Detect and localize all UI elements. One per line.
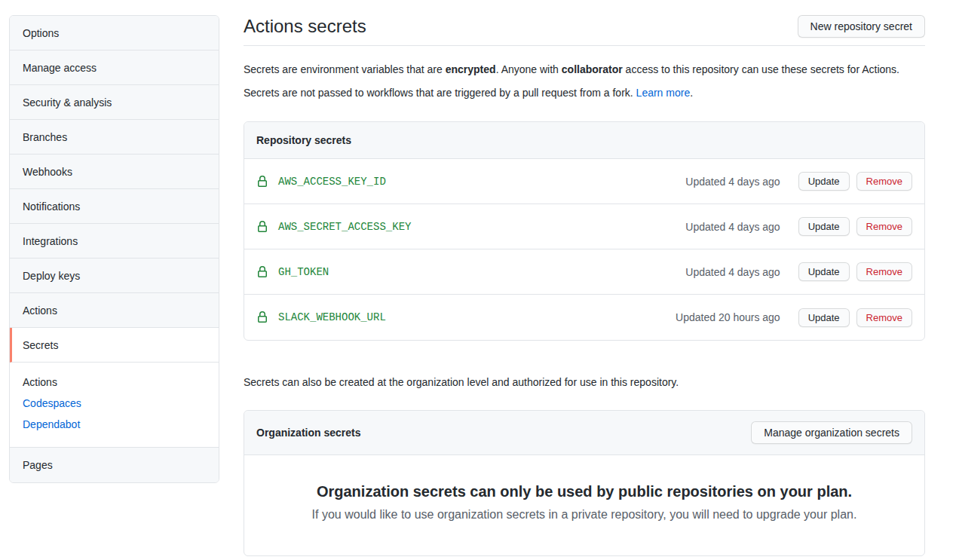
sidebar-item-options[interactable]: Options: [10, 16, 219, 50]
organization-secrets-box: Organization secrets Manage organization…: [244, 410, 925, 556]
secret-row: GH_TOKEN Updated 4 days ago Update Remov…: [244, 249, 924, 295]
secret-name: AWS_ACCESS_KEY_ID: [278, 176, 386, 188]
sidebar-item-label: Options: [23, 27, 59, 39]
lock-icon: [256, 266, 268, 278]
learn-more-link[interactable]: Learn more: [636, 87, 691, 99]
sidebar-item-label: Notifications: [23, 200, 80, 213]
lock-icon: [256, 176, 268, 188]
sidebar-item-branches[interactable]: Branches: [10, 120, 219, 155]
update-secret-button[interactable]: Update: [798, 217, 850, 236]
page-title: Actions secrets: [244, 15, 366, 38]
sidebar-item-notifications[interactable]: Notifications: [10, 189, 219, 224]
intro-bold-collaborator: collaborator: [562, 63, 623, 75]
secrets-subnav: Actions Codespaces Dependabot: [10, 363, 219, 448]
organization-note: Secrets can also be created at the organ…: [244, 375, 925, 390]
lock-icon: [256, 311, 268, 323]
settings-sidebar: Options Manage access Security & analysi…: [9, 15, 219, 483]
intro-paragraph-1: Secrets are environment variables that a…: [244, 62, 925, 78]
sidebar-item-deploy-keys[interactable]: Deploy keys: [10, 259, 219, 293]
intro-bold-encrypted: encrypted: [446, 63, 496, 75]
remove-secret-button[interactable]: Remove: [856, 172, 912, 191]
sidebar-item-label: Secrets: [23, 339, 58, 351]
subnav-item-actions-current[interactable]: Actions: [10, 372, 219, 393]
sidebar-item-actions[interactable]: Actions: [10, 293, 219, 328]
intro-text: access to this repository can use these …: [623, 63, 899, 75]
organization-secrets-blankslate: Organization secrets can only be used by…: [244, 455, 924, 555]
actions-secrets-main: Actions secrets New repository secret Se…: [244, 15, 925, 556]
organization-secrets-title: Organization secrets: [256, 427, 361, 439]
update-secret-button[interactable]: Update: [798, 308, 850, 327]
intro-text: Secrets are environment variables that a…: [244, 63, 446, 75]
lock-icon: [256, 221, 268, 233]
sidebar-item-label: Manage access: [23, 62, 97, 74]
remove-secret-button[interactable]: Remove: [856, 217, 912, 236]
secret-updated-timestamp: Updated 4 days ago: [685, 176, 780, 188]
remove-secret-button[interactable]: Remove: [856, 308, 912, 327]
sidebar-item-label: Branches: [23, 131, 67, 143]
repository-secrets-header: Repository secrets: [244, 122, 924, 159]
blankslate-text: If you would like to use organization se…: [274, 508, 894, 522]
organization-secrets-header: Organization secrets Manage organization…: [244, 411, 924, 455]
secret-name: AWS_SECRET_ACCESS_KEY: [278, 221, 411, 233]
update-secret-button[interactable]: Update: [798, 172, 850, 191]
secret-row: AWS_SECRET_ACCESS_KEY Updated 4 days ago…: [244, 204, 924, 249]
blankslate-title: Organization secrets can only be used by…: [274, 483, 894, 500]
intro-text: Secrets are not passed to workflows that…: [244, 87, 636, 99]
repository-secrets-box: Repository secrets AWS_ACCESS_KEY_ID Upd…: [244, 121, 925, 341]
secret-row: AWS_ACCESS_KEY_ID Updated 4 days ago Upd…: [244, 159, 924, 204]
sidebar-item-integrations[interactable]: Integrations: [10, 224, 219, 259]
sidebar-item-label: Security & analysis: [23, 96, 112, 109]
manage-organization-secrets-button[interactable]: Manage organization secrets: [751, 421, 912, 444]
secret-name: GH_TOKEN: [278, 266, 329, 278]
remove-secret-button[interactable]: Remove: [856, 262, 912, 281]
new-repository-secret-button[interactable]: New repository secret: [798, 15, 925, 38]
subnav-item-codespaces[interactable]: Codespaces: [10, 393, 219, 414]
sidebar-item-secrets-active[interactable]: Secrets: [10, 328, 219, 363]
secret-name: SLACK_WEBHOOK_URL: [278, 311, 386, 323]
sidebar-item-pages[interactable]: Pages: [10, 448, 219, 482]
secret-row: SLACK_WEBHOOK_URL Updated 20 hours ago U…: [244, 295, 924, 340]
intro-text: .: [690, 87, 693, 99]
sidebar-item-webhooks[interactable]: Webhooks: [10, 155, 219, 189]
sidebar-item-manage-access[interactable]: Manage access: [10, 50, 219, 85]
sidebar-item-label: Deploy keys: [23, 270, 80, 282]
secret-updated-timestamp: Updated 4 days ago: [685, 266, 780, 278]
update-secret-button[interactable]: Update: [798, 262, 850, 281]
sidebar-item-label: Webhooks: [23, 166, 72, 178]
sidebar-item-security-analysis[interactable]: Security & analysis: [10, 85, 219, 120]
sidebar-item-label: Integrations: [23, 235, 78, 247]
secret-updated-timestamp: Updated 4 days ago: [685, 221, 780, 233]
sidebar-item-label: Pages: [23, 459, 53, 471]
sidebar-item-label: Actions: [23, 304, 57, 317]
intro-paragraph-2: Secrets are not passed to workflows that…: [244, 85, 925, 101]
page-header: Actions secrets New repository secret: [244, 15, 925, 46]
subnav-item-dependabot[interactable]: Dependabot: [10, 414, 219, 435]
secret-updated-timestamp: Updated 20 hours ago: [676, 311, 780, 323]
intro-text: . Anyone with: [496, 63, 562, 75]
